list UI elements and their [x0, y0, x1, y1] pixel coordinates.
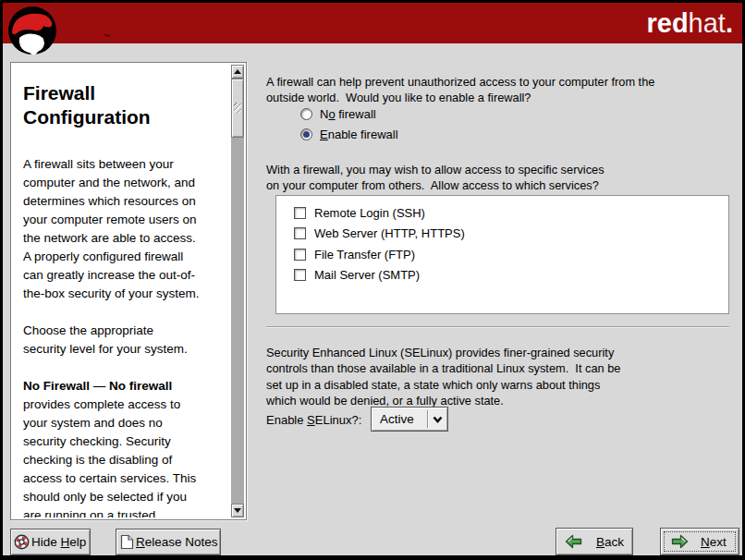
next-label: Next	[701, 535, 727, 549]
redhat-wordmark: redhat.	[646, 6, 733, 40]
service-label[interactable]: Mail Server (SMTP)	[314, 268, 420, 282]
help-bold-no-firewall: No Firewall	[23, 379, 90, 393]
services-question-text: With a firewall, you may wish to allow a…	[266, 162, 605, 194]
help-paragraph-3-rest: provides complete access to your system …	[23, 397, 196, 517]
selinux-description-text: Security Enhanced Linux (SELinux) provid…	[266, 345, 620, 409]
next-button[interactable]: Next	[660, 528, 739, 555]
radio-no-firewall-label[interactable]: No firewall	[320, 107, 376, 121]
help-panel: Firewall Configuration A firewall sits b…	[10, 62, 247, 520]
service-label[interactable]: Web Server (HTTP, HTTPS)	[314, 226, 465, 240]
checkbox-web-server[interactable]	[294, 227, 306, 239]
help-scrollbar[interactable]	[231, 65, 244, 517]
radio-no-firewall[interactable]	[300, 108, 312, 120]
help-dash: —	[90, 379, 109, 393]
selinux-label: Enable SELinux?:	[266, 413, 361, 427]
logo-trademark: ™	[104, 33, 110, 40]
back-button[interactable]: Back	[556, 528, 633, 555]
installer-window: redhat. ™ Firewall Configuration A firew…	[0, 0, 745, 560]
help-content: Firewall Configuration A firewall sits b…	[23, 81, 229, 517]
redhat-shadowman-logo	[6, 5, 58, 56]
help-paragraph-1: A firewall sits between your computer an…	[23, 155, 229, 303]
release-notes-button[interactable]: Release Notes	[116, 529, 221, 555]
help-title: Firewall Configuration	[23, 81, 229, 129]
help-paragraph-2: Choose the appropriate security level fo…	[23, 322, 229, 359]
section-separator	[266, 326, 729, 327]
service-row-ftp[interactable]: File Transfer (FTP)	[276, 244, 728, 265]
checkbox-remote-login-ssh[interactable]	[294, 207, 306, 219]
scrollbar-track[interactable]	[231, 79, 244, 504]
service-row-ssh[interactable]: Remote Login (SSH)	[276, 202, 728, 224]
arrow-left-icon	[565, 534, 582, 549]
hide-help-label: Hide Help	[31, 535, 86, 549]
radio-row-no-firewall[interactable]: No firewall	[300, 106, 376, 122]
back-label: Back	[596, 535, 624, 549]
radio-row-enable-firewall[interactable]: Enable firewall	[300, 127, 398, 142]
chevron-down-icon	[428, 416, 447, 423]
radio-enable-firewall-label[interactable]: Enable firewall	[320, 128, 398, 141]
document-icon	[120, 534, 134, 550]
wordmark-red: red	[646, 8, 688, 38]
service-label[interactable]: File Transfer (FTP)	[314, 248, 415, 262]
radio-enable-firewall[interactable]	[300, 128, 312, 140]
services-listbox[interactable]: Remote Login (SSH) Web Server (HTTP, HTT…	[275, 195, 729, 314]
service-label[interactable]: Remote Login (SSH)	[314, 206, 425, 220]
release-notes-label: Release Notes	[136, 535, 218, 549]
checkbox-file-transfer-ftp[interactable]	[294, 249, 306, 261]
checkbox-mail-server-smtp[interactable]	[294, 269, 306, 281]
service-row-web[interactable]: Web Server (HTTP, HTTPS)	[276, 224, 728, 245]
arrow-down-icon	[234, 508, 241, 513]
service-row-smtp[interactable]: Mail Server (SMTP)	[276, 265, 728, 286]
help-bold-no-firewall-2: No firewall	[109, 379, 172, 393]
scrollbar-thumb[interactable]	[231, 79, 244, 138]
scroll-down-button[interactable]	[231, 504, 244, 517]
wordmark-dot: .	[726, 8, 733, 38]
firewall-question-text: A firewall can help prevent unauthorized…	[266, 74, 654, 106]
help-paragraph-3: No Firewall — No firewall provides compl…	[23, 377, 229, 517]
arrow-right-icon	[671, 534, 689, 549]
wordmark-hat: hat	[689, 8, 726, 38]
header-bar: redhat. ™	[3, 3, 742, 43]
hide-help-button[interactable]: Hide Help	[10, 529, 91, 555]
scroll-up-button[interactable]	[231, 65, 244, 79]
selinux-dropdown[interactable]: Active	[371, 407, 448, 432]
selinux-dropdown-value: Active	[372, 412, 427, 426]
arrow-up-icon	[234, 69, 241, 74]
lifebuoy-help-icon	[14, 534, 30, 550]
